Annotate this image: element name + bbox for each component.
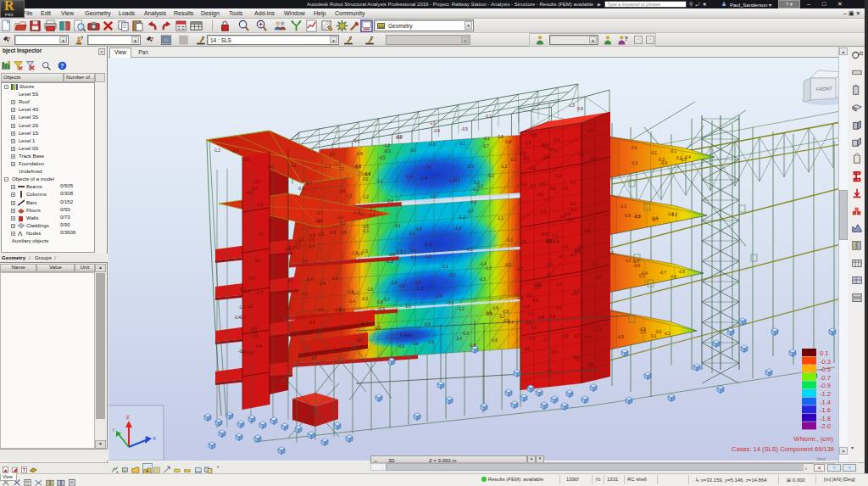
svg-text:-0.6: -0.6: [548, 148, 555, 152]
svg-text:?: ?: [81, 36, 84, 41]
svg-text:-0.8: -0.8: [388, 253, 395, 257]
svg-text:-0.3: -0.3: [528, 337, 535, 341]
svg-text:-0.6: -0.6: [542, 155, 549, 159]
svg-text:-1.0: -1.0: [391, 281, 398, 285]
svg-text:-0.8: -0.8: [247, 351, 253, 355]
svg-text:-0.7: -0.7: [659, 271, 666, 275]
svg-text:-0.9: -0.9: [469, 344, 476, 348]
svg-text:0.0: 0.0: [363, 177, 369, 182]
svg-text:-0.7: -0.7: [316, 211, 323, 215]
svg-text:?: ?: [8, 36, 11, 42]
svg-text:-1.4: -1.4: [406, 175, 413, 179]
svg-text:-0.5: -0.5: [548, 315, 555, 319]
svg-text:-1.3: -1.3: [362, 229, 369, 233]
svg-text:-1.4: -1.4: [522, 304, 529, 309]
svg-text:-0.6: -0.6: [531, 299, 538, 303]
svg-text:-0.3: -0.3: [631, 161, 637, 165]
svg-text:0.0: 0.0: [656, 330, 662, 334]
svg-text:-0.3: -0.3: [634, 215, 641, 219]
svg-text:-0.4: -0.4: [317, 308, 324, 312]
svg-text:⚖: ⚖: [859, 50, 863, 56]
svg-text:-0.9: -0.9: [395, 136, 402, 140]
svg-text:-0.7: -0.7: [573, 334, 580, 338]
svg-text:-1.3: -1.3: [542, 338, 549, 342]
svg-text:-1.1: -1.1: [561, 187, 568, 191]
svg-text:0.0: 0.0: [448, 301, 454, 305]
svg-text:X: X: [153, 436, 156, 441]
svg-text:Y: Y: [112, 427, 115, 433]
svg-text:-0.8: -0.8: [561, 334, 568, 338]
svg-text:-1.3: -1.3: [639, 330, 646, 334]
svg-text:?: ?: [625, 36, 628, 42]
svg-text:-0.1: -0.1: [442, 265, 448, 269]
svg-text:0.0: 0.0: [303, 260, 309, 264]
svg-text:-0.4: -0.4: [641, 271, 648, 276]
svg-text:Λ: Λ: [18, 230, 23, 237]
svg-text:?: ?: [349, 36, 353, 41]
svg-text:-1.2: -1.2: [458, 215, 465, 220]
svg-text:-1.1: -1.1: [334, 162, 341, 166]
svg-text:-1.3: -1.3: [424, 242, 431, 247]
svg-text:0.1: 0.1: [354, 139, 360, 143]
svg-text:-0.1: -0.1: [650, 151, 657, 155]
svg-text:-0.9: -0.9: [552, 240, 559, 244]
svg-text:-1.2: -1.2: [352, 291, 359, 295]
svg-text:-0.6: -0.6: [340, 231, 347, 235]
svg-text:-1.4: -1.4: [348, 299, 355, 304]
svg-text:0.1: 0.1: [676, 156, 682, 160]
svg-text:-0.3: -0.3: [253, 180, 260, 184]
svg-text:-0.9: -0.9: [362, 225, 369, 229]
svg-text:-1.4: -1.4: [337, 215, 343, 220]
svg-text:-1.4: -1.4: [455, 337, 462, 341]
svg-text:-1.0: -1.0: [429, 121, 436, 126]
svg-text:-1.2: -1.2: [398, 332, 406, 337]
svg-text:-1.2: -1.2: [386, 259, 393, 264]
svg-text:-1.4: -1.4: [667, 212, 674, 216]
svg-text:-0.5: -0.5: [329, 231, 336, 235]
svg-text:-0.2: -0.2: [470, 200, 476, 204]
svg-text:?: ?: [370, 36, 374, 41]
svg-text:-0.4: -0.4: [436, 294, 442, 299]
svg-text:-0.3: -0.3: [361, 297, 368, 301]
svg-text:-0.3: -0.3: [308, 245, 314, 249]
svg-text:-1.0: -1.0: [569, 202, 576, 206]
svg-text:-0.2: -0.2: [483, 137, 490, 141]
svg-text:-0.8: -0.8: [433, 129, 440, 133]
svg-text:-0.2: -0.2: [664, 332, 670, 336]
svg-text:-0.2: -0.2: [555, 306, 562, 310]
svg-text:-1.2: -1.2: [243, 289, 250, 293]
svg-text:-0.7: -0.7: [820, 374, 831, 382]
svg-text:WNorm., (cm): WNorm., (cm): [793, 435, 833, 443]
svg-text:-0.8: -0.8: [491, 338, 498, 343]
svg-text:0.0: 0.0: [577, 245, 583, 249]
svg-text:-0.9: -0.9: [415, 281, 421, 285]
svg-text:-0.1: -0.1: [476, 184, 483, 188]
svg-text:-0.5: -0.5: [820, 366, 831, 373]
svg-text:-1.2: -1.2: [520, 182, 526, 187]
svg-text:-1.0: -1.0: [454, 226, 461, 231]
svg-text:0.0: 0.0: [626, 259, 632, 263]
svg-text:-0.3: -0.3: [595, 328, 602, 332]
svg-text:-1.1: -1.1: [587, 129, 593, 133]
svg-text:-0.3: -0.3: [554, 174, 561, 178]
svg-text:-0.6: -0.6: [492, 306, 498, 310]
svg-text:-1.3: -1.3: [524, 141, 531, 145]
svg-text:0.1: 0.1: [575, 357, 581, 361]
svg-text:-0.7: -0.7: [558, 254, 565, 259]
svg-text:0.1: 0.1: [340, 308, 346, 312]
svg-text:0.1: 0.1: [249, 277, 255, 281]
svg-text:-0.2: -0.2: [410, 249, 417, 253]
svg-text:-1.0: -1.0: [409, 232, 415, 236]
svg-text:-0.4: -0.4: [684, 155, 691, 159]
svg-text:-0.9: -0.9: [246, 191, 253, 195]
svg-text:-0.8: -0.8: [504, 140, 511, 144]
svg-text:-0.4: -0.4: [387, 199, 393, 204]
svg-text:-1.2: -1.2: [362, 195, 369, 199]
svg-text:-1.3: -1.3: [324, 165, 331, 169]
svg-text:-0.7: -0.7: [555, 282, 562, 287]
svg-text:?: ?: [151, 36, 154, 42]
svg-text:-0.3: -0.3: [415, 227, 422, 232]
svg-text:-0.7: -0.7: [516, 267, 523, 271]
svg-text:-0.2: -0.2: [331, 277, 338, 281]
svg-text:-0.3: -0.3: [309, 321, 315, 325]
